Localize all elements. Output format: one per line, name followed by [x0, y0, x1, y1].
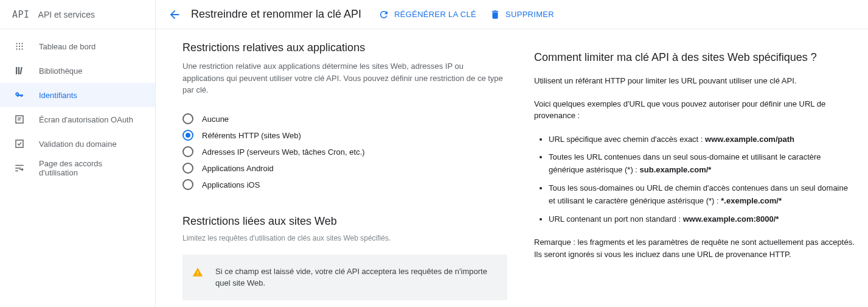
sidebar-item-credentials[interactable]: Identifiants [0, 83, 155, 107]
warning-icon [192, 267, 203, 280]
help-example-item: URL contenant un port non standard : www… [549, 213, 856, 225]
website-restrictions-title: Restrictions liées aux sites Web [182, 215, 507, 228]
sidebar-item-label: Écran d'autorisation OAuth [39, 115, 133, 124]
api-logo: API [12, 9, 30, 20]
help-title: Comment limiter ma clé API à des sites W… [534, 51, 856, 64]
restriction-radio-group: Aucune Référents HTTP (sites Web) Adress… [182, 111, 507, 193]
sidebar-item-usage-agreements[interactable]: Page des accords d'utilisation [0, 156, 155, 180]
svg-rect-15 [16, 140, 23, 147]
help-example-item: URL spécifique avec chemin d'accès exact… [549, 133, 856, 146]
help-panel: Comment limiter ma clé API à des sites W… [534, 29, 868, 307]
help-intro: Utilisent un référant HTTP pour limiter … [534, 75, 856, 87]
warning-box: Si ce champ est laissé vide, votre clé A… [182, 255, 507, 300]
sidebar-header: API API et services [0, 0, 155, 29]
content: Restrictions relatives aux applications … [156, 29, 868, 307]
refresh-icon [378, 9, 389, 20]
delete-button[interactable]: SUPPRIMER [490, 9, 554, 20]
svg-point-5 [21, 46, 23, 47]
sidebar-item-dashboard[interactable]: Tableau de bord [0, 34, 155, 58]
dashboard-icon [13, 40, 26, 52]
consent-screen-icon [13, 113, 26, 125]
library-icon [13, 65, 26, 77]
radio-icon [182, 179, 193, 190]
sidebar: API API et services Tableau de bord Bibl… [0, 0, 156, 307]
settings-icon [13, 162, 26, 174]
radio-label: Aucune [202, 115, 229, 124]
product-name: API et services [38, 10, 95, 19]
svg-point-0 [16, 43, 17, 44]
radio-label: Applications iOS [202, 180, 260, 189]
sidebar-nav: Tableau de bord Bibliothèque Identifiant… [0, 29, 155, 180]
svg-point-6 [16, 48, 17, 49]
app-restrictions-desc: Une restriction relative aux application… [182, 60, 507, 96]
page-title: Restreindre et renommer la clé API [191, 8, 361, 21]
key-icon [13, 89, 26, 101]
sidebar-item-domain-verification[interactable]: Validation du domaine [0, 132, 155, 156]
help-note: Remarque : les fragments et les paramètr… [534, 236, 856, 260]
svg-point-4 [19, 46, 20, 47]
svg-rect-11 [19, 67, 22, 74]
help-example-item: Tous les sous-domaines ou URL de chemin … [549, 182, 856, 208]
radio-label: Adresses IP (serveurs Web, tâches Cron, … [202, 147, 365, 157]
radio-option-android[interactable]: Applications Android [182, 160, 507, 177]
sidebar-item-oauth-consent[interactable]: Écran d'autorisation OAuth [0, 107, 155, 132]
svg-rect-10 [18, 67, 19, 74]
svg-point-7 [19, 48, 20, 49]
svg-point-8 [21, 48, 23, 49]
radio-option-none[interactable]: Aucune [182, 111, 507, 127]
warning-text: Si ce champ est laissé vide, votre clé A… [215, 266, 496, 289]
sidebar-item-label: Identifiants [39, 91, 77, 100]
help-example-item: Toutes les URL contenues dans un seul so… [549, 150, 856, 177]
radio-option-http-referrers[interactable]: Référents HTTP (sites Web) [182, 127, 507, 144]
radio-icon [182, 163, 193, 174]
website-restrictions-desc: Limitez les requêtes d'utilisation de cl… [182, 234, 507, 242]
main: Restreindre et renommer la clé API RÉGÉN… [156, 0, 868, 307]
radio-label: Applications Android [202, 164, 274, 173]
sidebar-item-library[interactable]: Bibliothèque [0, 58, 155, 83]
regenerate-key-button[interactable]: RÉGÉNÉRER LA CLÉ [378, 9, 476, 20]
radio-option-ios[interactable]: Applications iOS [182, 177, 507, 193]
check-box-icon [13, 138, 26, 150]
back-arrow-icon[interactable] [168, 8, 181, 21]
trash-icon [490, 9, 501, 20]
sidebar-item-label: Bibliothèque [39, 66, 83, 76]
delete-label: SUPPRIMER [505, 10, 554, 19]
sidebar-item-label: Tableau de bord [39, 42, 95, 51]
sidebar-item-label: Page des accords d'utilisation [39, 159, 142, 177]
regenerate-label: RÉGÉNÉRER LA CLÉ [394, 10, 476, 19]
main-header: Restreindre et renommer la clé API RÉGÉN… [156, 0, 868, 29]
radio-icon [182, 113, 193, 124]
app-restrictions-title: Restrictions relatives aux applications [182, 41, 507, 54]
help-examples-intro: Voici quelques exemples d'URL que vous p… [534, 98, 856, 122]
radio-label: Référents HTTP (sites Web) [202, 131, 301, 140]
svg-point-2 [21, 43, 23, 44]
svg-point-1 [19, 43, 20, 44]
content-left: Restrictions relatives aux applications … [156, 29, 534, 307]
svg-rect-9 [16, 67, 17, 74]
radio-icon [182, 146, 193, 157]
radio-option-ip-addresses[interactable]: Adresses IP (serveurs Web, tâches Cron, … [182, 144, 507, 160]
help-examples-list: URL spécifique avec chemin d'accès exact… [534, 133, 856, 226]
sidebar-item-label: Validation du domaine [39, 139, 117, 149]
svg-point-3 [16, 46, 17, 47]
radio-icon [182, 130, 193, 141]
